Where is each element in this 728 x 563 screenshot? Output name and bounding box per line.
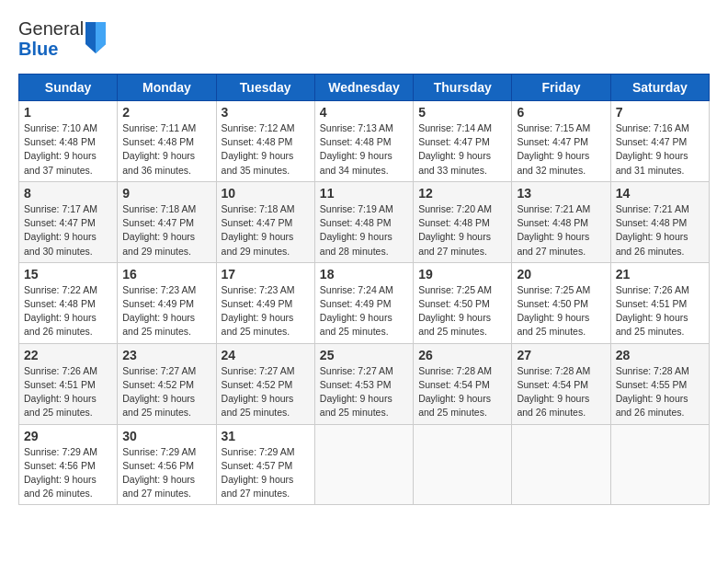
cell-content: Sunrise: 7:10 AMSunset: 4:48 PMDaylight:… <box>24 121 112 178</box>
cell-content: Sunrise: 7:26 AMSunset: 4:51 PMDaylight:… <box>24 364 112 420</box>
calendar-cell: 20Sunrise: 7:25 AMSunset: 4:50 PMDayligh… <box>512 262 610 343</box>
day-number: 21 <box>616 267 704 282</box>
cell-content: Sunrise: 7:25 AMSunset: 4:50 PMDaylight:… <box>418 283 506 339</box>
day-number: 30 <box>122 429 210 443</box>
logo-icon <box>85 22 106 55</box>
day-number: 13 <box>517 186 605 201</box>
day-number: 20 <box>517 267 605 282</box>
day-number: 25 <box>320 348 408 362</box>
day-number: 2 <box>122 105 210 120</box>
week-row-2: 8Sunrise: 7:17 AMSunset: 4:47 PMDaylight… <box>19 181 710 262</box>
cell-content: Sunrise: 7:23 AMSunset: 4:49 PMDaylight:… <box>122 283 210 339</box>
day-number: 1 <box>24 105 112 120</box>
cell-content: Sunrise: 7:12 AMSunset: 4:48 PMDaylight:… <box>222 121 310 178</box>
day-number: 11 <box>320 186 408 201</box>
cell-content: Sunrise: 7:29 AMSunset: 4:56 PMDaylight:… <box>122 445 210 501</box>
day-number: 3 <box>222 105 310 120</box>
logo: General Blue <box>18 18 106 59</box>
svg-marker-1 <box>96 22 106 53</box>
weekday-header-thursday: Thursday <box>414 75 512 101</box>
cell-content: Sunrise: 7:21 AMSunset: 4:48 PMDaylight:… <box>616 202 704 259</box>
calendar-cell: 31Sunrise: 7:29 AMSunset: 4:57 PMDayligh… <box>216 424 314 505</box>
cell-content: Sunrise: 7:27 AMSunset: 4:53 PMDaylight:… <box>320 364 408 420</box>
day-number: 4 <box>320 105 408 120</box>
weekday-header-friday: Friday <box>512 75 610 101</box>
day-number: 22 <box>24 348 112 362</box>
calendar-cell: 3Sunrise: 7:12 AMSunset: 4:48 PMDaylight… <box>216 101 314 182</box>
day-number: 24 <box>222 348 310 362</box>
cell-content: Sunrise: 7:14 AMSunset: 4:47 PMDaylight:… <box>418 121 506 178</box>
day-number: 15 <box>24 267 112 282</box>
weekday-header-tuesday: Tuesday <box>216 75 314 101</box>
cell-content: Sunrise: 7:25 AMSunset: 4:50 PMDaylight:… <box>517 283 605 339</box>
day-number: 10 <box>222 186 310 201</box>
calendar-cell: 24Sunrise: 7:27 AMSunset: 4:52 PMDayligh… <box>216 343 314 424</box>
day-number: 7 <box>616 105 704 120</box>
cell-content: Sunrise: 7:29 AMSunset: 4:56 PMDaylight:… <box>24 445 112 501</box>
calendar-cell: 23Sunrise: 7:27 AMSunset: 4:52 PMDayligh… <box>118 343 216 424</box>
cell-content: Sunrise: 7:21 AMSunset: 4:48 PMDaylight:… <box>517 202 605 259</box>
cell-content: Sunrise: 7:24 AMSunset: 4:49 PMDaylight:… <box>320 283 408 339</box>
week-row-3: 15Sunrise: 7:22 AMSunset: 4:48 PMDayligh… <box>19 262 710 343</box>
cell-content: Sunrise: 7:28 AMSunset: 4:54 PMDaylight:… <box>418 364 506 420</box>
calendar-cell <box>314 424 413 505</box>
calendar-cell: 1Sunrise: 7:10 AMSunset: 4:48 PMDaylight… <box>19 101 118 182</box>
day-number: 12 <box>418 186 506 201</box>
calendar-cell <box>512 424 610 505</box>
calendar-cell: 22Sunrise: 7:26 AMSunset: 4:51 PMDayligh… <box>19 343 118 424</box>
calendar-cell: 21Sunrise: 7:26 AMSunset: 4:51 PMDayligh… <box>610 262 709 343</box>
calendar-cell: 7Sunrise: 7:16 AMSunset: 4:47 PMDaylight… <box>610 101 709 182</box>
day-number: 5 <box>418 105 506 120</box>
calendar-cell: 27Sunrise: 7:28 AMSunset: 4:54 PMDayligh… <box>512 343 610 424</box>
calendar-cell: 17Sunrise: 7:23 AMSunset: 4:49 PMDayligh… <box>216 262 314 343</box>
calendar-cell: 11Sunrise: 7:19 AMSunset: 4:48 PMDayligh… <box>314 181 413 262</box>
page-header: General Blue <box>18 18 710 59</box>
calendar-cell: 15Sunrise: 7:22 AMSunset: 4:48 PMDayligh… <box>19 262 118 343</box>
cell-content: Sunrise: 7:28 AMSunset: 4:54 PMDaylight:… <box>517 364 605 420</box>
day-number: 8 <box>24 186 112 201</box>
day-number: 6 <box>517 105 605 120</box>
day-number: 26 <box>418 348 506 362</box>
calendar-cell: 12Sunrise: 7:20 AMSunset: 4:48 PMDayligh… <box>414 181 512 262</box>
weekday-header-sunday: Sunday <box>19 75 118 101</box>
calendar-cell: 30Sunrise: 7:29 AMSunset: 4:56 PMDayligh… <box>118 424 216 505</box>
calendar-cell: 13Sunrise: 7:21 AMSunset: 4:48 PMDayligh… <box>512 181 610 262</box>
calendar-cell <box>414 424 512 505</box>
cell-content: Sunrise: 7:17 AMSunset: 4:47 PMDaylight:… <box>24 202 112 259</box>
week-row-4: 22Sunrise: 7:26 AMSunset: 4:51 PMDayligh… <box>19 343 710 424</box>
weekday-header-row: SundayMondayTuesdayWednesdayThursdayFrid… <box>19 75 710 101</box>
cell-content: Sunrise: 7:13 AMSunset: 4:48 PMDaylight:… <box>320 121 408 178</box>
cell-content: Sunrise: 7:18 AMSunset: 4:47 PMDaylight:… <box>122 202 210 259</box>
calendar-table: SundayMondayTuesdayWednesdayThursdayFrid… <box>18 74 710 505</box>
cell-content: Sunrise: 7:29 AMSunset: 4:57 PMDaylight:… <box>222 445 310 501</box>
week-row-5: 29Sunrise: 7:29 AMSunset: 4:56 PMDayligh… <box>19 424 710 505</box>
calendar-cell: 16Sunrise: 7:23 AMSunset: 4:49 PMDayligh… <box>118 262 216 343</box>
cell-content: Sunrise: 7:27 AMSunset: 4:52 PMDaylight:… <box>122 364 210 420</box>
calendar-cell: 28Sunrise: 7:28 AMSunset: 4:55 PMDayligh… <box>610 343 709 424</box>
cell-content: Sunrise: 7:15 AMSunset: 4:47 PMDaylight:… <box>517 121 605 178</box>
weekday-header-saturday: Saturday <box>610 75 709 101</box>
cell-content: Sunrise: 7:23 AMSunset: 4:49 PMDaylight:… <box>222 283 310 339</box>
weekday-header-monday: Monday <box>118 75 216 101</box>
calendar-cell: 10Sunrise: 7:18 AMSunset: 4:47 PMDayligh… <box>216 181 314 262</box>
calendar-cell: 25Sunrise: 7:27 AMSunset: 4:53 PMDayligh… <box>314 343 413 424</box>
cell-content: Sunrise: 7:11 AMSunset: 4:48 PMDaylight:… <box>122 121 210 178</box>
logo-text-blue: Blue <box>18 39 84 59</box>
calendar-cell: 26Sunrise: 7:28 AMSunset: 4:54 PMDayligh… <box>414 343 512 424</box>
cell-content: Sunrise: 7:26 AMSunset: 4:51 PMDaylight:… <box>616 283 704 339</box>
cell-content: Sunrise: 7:19 AMSunset: 4:48 PMDaylight:… <box>320 202 408 259</box>
day-number: 16 <box>122 267 210 282</box>
day-number: 23 <box>122 348 210 362</box>
calendar-cell: 5Sunrise: 7:14 AMSunset: 4:47 PMDaylight… <box>414 101 512 182</box>
cell-content: Sunrise: 7:16 AMSunset: 4:47 PMDaylight:… <box>616 121 704 178</box>
calendar-cell: 19Sunrise: 7:25 AMSunset: 4:50 PMDayligh… <box>414 262 512 343</box>
calendar-cell: 2Sunrise: 7:11 AMSunset: 4:48 PMDaylight… <box>118 101 216 182</box>
day-number: 29 <box>24 429 112 443</box>
day-number: 18 <box>320 267 408 282</box>
cell-content: Sunrise: 7:20 AMSunset: 4:48 PMDaylight:… <box>418 202 506 259</box>
calendar-cell: 4Sunrise: 7:13 AMSunset: 4:48 PMDaylight… <box>314 101 413 182</box>
cell-content: Sunrise: 7:18 AMSunset: 4:47 PMDaylight:… <box>222 202 310 259</box>
calendar-cell: 29Sunrise: 7:29 AMSunset: 4:56 PMDayligh… <box>19 424 118 505</box>
cell-content: Sunrise: 7:22 AMSunset: 4:48 PMDaylight:… <box>24 283 112 339</box>
calendar-cell: 9Sunrise: 7:18 AMSunset: 4:47 PMDaylight… <box>118 181 216 262</box>
